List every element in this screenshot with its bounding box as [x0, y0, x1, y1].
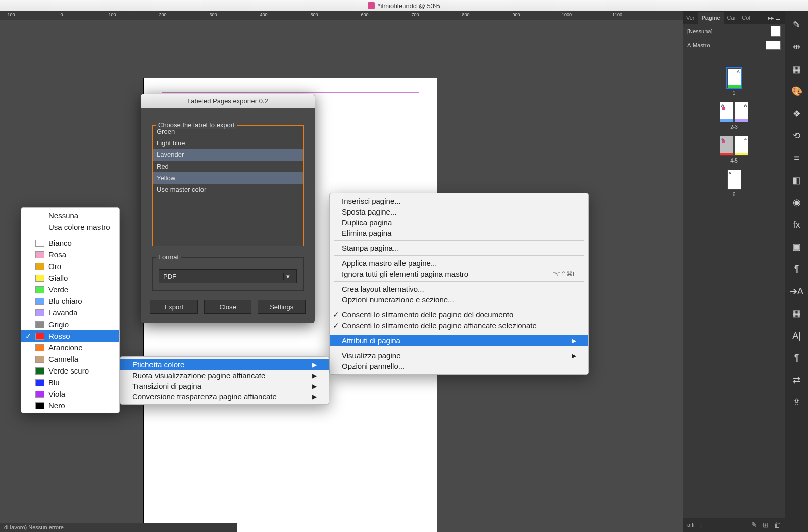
fx-icon[interactable]: fx: [791, 219, 802, 230]
page-thumb-2-3[interactable]: AA2-3: [720, 102, 748, 130]
color-item[interactable]: Cannella: [21, 353, 119, 365]
label-item[interactable]: Yellow: [153, 172, 303, 184]
page-thumb-4-5[interactable]: AA4-5: [720, 136, 748, 164]
ruler-mark: 300: [209, 12, 217, 17]
color-label-menu: NessunaUsa colore mastroBiancoRosaOroGia…: [21, 207, 120, 413]
page-thumb-right[interactable]: A: [734, 136, 748, 156]
color-item[interactable]: Grigio: [21, 318, 119, 330]
color-item[interactable]: Giallo: [21, 272, 119, 284]
master-none-label: [Nessuna]: [687, 28, 713, 34]
color-item[interactable]: Usa colore mastro: [21, 221, 119, 233]
paragraph-icon[interactable]: ¶: [791, 263, 802, 275]
page-number-label: 1: [733, 90, 736, 96]
menu-item[interactable]: Sposta pagine...: [330, 206, 588, 217]
page-thumb-1[interactable]: A1: [727, 68, 741, 96]
tab-pagine[interactable]: Pagine: [698, 12, 724, 24]
color-item[interactable]: Verde scuro: [21, 365, 119, 377]
gradient-icon[interactable]: ◧: [791, 175, 802, 186]
color-item[interactable]: Rosa: [21, 249, 119, 260]
menu-item[interactable]: Opzioni pannello...: [330, 361, 588, 371]
menu-item[interactable]: Elimina pagina: [330, 228, 588, 238]
page-thumb-left[interactable]: A: [720, 102, 734, 122]
format-value: PDF: [163, 273, 176, 280]
grid-icon[interactable]: ▦: [791, 64, 802, 75]
context-menu-main: Inserisci pagine...Sposta pagine...Dupli…: [329, 193, 589, 375]
page-thumb-left[interactable]: A: [727, 170, 741, 190]
footer-new-icon[interactable]: ⊞: [763, 521, 769, 529]
send-icon[interactable]: ⇪: [791, 397, 802, 408]
swap-icon[interactable]: ⇄: [791, 375, 802, 386]
menu-item[interactable]: Crea layout alternativo...: [330, 284, 588, 294]
tab-ver[interactable]: Ver: [683, 15, 698, 21]
label-item[interactable]: Lavender: [153, 149, 303, 161]
color-item[interactable]: Blu chiaro: [21, 295, 119, 307]
type-icon[interactable]: A|: [791, 330, 802, 341]
ruler-mark: 1100: [612, 12, 622, 17]
lines-icon[interactable]: ≡: [791, 152, 802, 164]
label-item[interactable]: Use master color: [153, 184, 303, 195]
tab-col[interactable]: Col: [739, 15, 753, 21]
layers-icon[interactable]: ❖: [791, 108, 802, 119]
cc-icon[interactable]: ◉: [791, 197, 802, 208]
pilcrow-icon[interactable]: ¶: [791, 352, 802, 363]
master-a-label: A-Mastro: [687, 42, 710, 48]
ruler-mark: 500: [310, 12, 318, 17]
page-thumb-6[interactable]: A6: [727, 170, 741, 197]
page-thumb-right[interactable]: A: [734, 102, 748, 122]
color-item[interactable]: Nero: [21, 400, 119, 411]
close-button[interactable]: Close: [204, 300, 252, 314]
right-dock: ✎⇹▦🎨❖⟲≡◧◉fx▣¶➔A▦A|¶⇄⇪: [785, 11, 808, 532]
ruler-mark: 200: [159, 12, 166, 17]
link-icon[interactable]: ⟲: [791, 130, 802, 141]
master-a-row[interactable]: A-Mastro: [683, 38, 785, 52]
color-item[interactable]: Lavanda: [21, 307, 119, 318]
menu-item[interactable]: Inserisci pagine...: [330, 196, 588, 206]
wand-icon[interactable]: ✎: [791, 19, 802, 30]
panel-more-icon[interactable]: ▸▸ ☰: [764, 15, 785, 21]
color-item[interactable]: Viola: [21, 388, 119, 400]
color-item[interactable]: Blu: [21, 377, 119, 388]
menu-item[interactable]: Ignora tutti gli elementi pagina mastro⌥…: [330, 269, 588, 279]
page-thumbnails: A1AA2-3AA4-5A6: [683, 63, 785, 202]
page-thumb-left[interactable]: A: [720, 136, 734, 156]
label-listbox[interactable]: GreenLight blueLavenderRedYellowUse mast…: [152, 125, 304, 246]
page-thumb-single[interactable]: A: [727, 68, 741, 88]
context-submenu-attributes: Etichetta colore▶Ruota visualizzazione p…: [120, 356, 329, 405]
master-none-row[interactable]: [Nessuna]: [683, 24, 785, 38]
pathfinder-icon[interactable]: ▣: [791, 241, 802, 252]
menu-item[interactable]: Visualizza pagine▶: [330, 350, 588, 361]
align-icon[interactable]: ⇹: [791, 41, 802, 52]
submenu-item[interactable]: Transizioni di pagina▶: [120, 381, 329, 391]
status-text: di lavoro) Nessun errore: [4, 524, 64, 530]
color-item[interactable]: Nessuna: [21, 209, 119, 221]
color-item[interactable]: Oro: [21, 260, 119, 272]
footer-grid-icon[interactable]: ▦: [699, 521, 706, 529]
menu-item[interactable]: Opzioni numerazione e sezione...: [330, 294, 588, 305]
label-item[interactable]: Red: [153, 161, 303, 172]
status-bar: di lavoro) Nessun errore: [0, 523, 237, 532]
format-label: Format: [156, 253, 181, 261]
menu-item[interactable]: Duplica pagina: [330, 217, 588, 228]
menu-item[interactable]: ✓Consenti lo slittamento delle pagine de…: [330, 309, 588, 320]
menu-item[interactable]: Applica mastro alle pagine...: [330, 258, 588, 269]
color-item[interactable]: Arancione: [21, 342, 119, 353]
submenu-item[interactable]: Etichetta colore▶: [120, 359, 329, 370]
char-style-icon[interactable]: ➔A: [791, 286, 802, 297]
export-button[interactable]: Export: [150, 300, 198, 314]
menu-item[interactable]: ✓Consenti lo slittamento delle pagine af…: [330, 320, 588, 331]
tab-car[interactable]: Car: [724, 15, 739, 21]
palette-icon[interactable]: 🎨: [791, 86, 802, 97]
submenu-item[interactable]: Ruota visualizzazione pagine affiancate▶: [120, 370, 329, 381]
menu-item[interactable]: Stampa pagina...: [330, 243, 588, 253]
label-item[interactable]: Light blue: [153, 137, 303, 149]
footer-edit-icon[interactable]: ✎: [751, 521, 758, 529]
submenu-item[interactable]: Conversione trasparenza pagine affiancat…: [120, 391, 329, 402]
color-item[interactable]: ✓Rosso: [21, 330, 119, 342]
format-dropdown[interactable]: PDF ▾: [159, 269, 297, 283]
color-item[interactable]: Bianco: [21, 237, 119, 249]
table-icon[interactable]: ▦: [791, 308, 802, 319]
footer-trash-icon[interactable]: 🗑: [774, 521, 781, 529]
settings-button[interactable]: Settings: [258, 300, 306, 314]
menu-item[interactable]: Attributi di pagina▶: [330, 335, 588, 346]
color-item[interactable]: Verde: [21, 284, 119, 295]
